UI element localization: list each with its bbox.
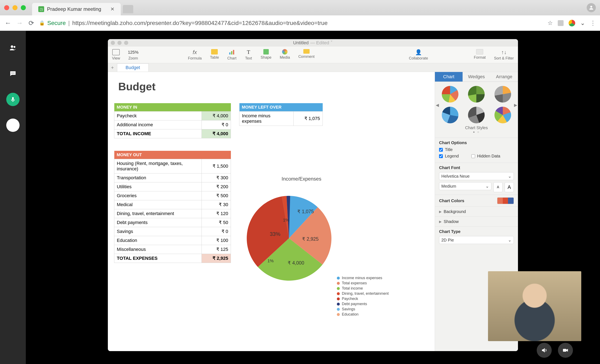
table-cell[interactable]: Utilities bbox=[114, 182, 202, 191]
table-cell[interactable]: Medical bbox=[114, 200, 202, 209]
url-field[interactable]: 🔒 Secure | https://meetinglab.zoho.com/p… bbox=[39, 20, 543, 27]
next-style-icon[interactable]: ▶ bbox=[514, 102, 517, 108]
prev-style-icon[interactable]: ◀ bbox=[436, 102, 439, 108]
table-cell[interactable]: ₹ 125 bbox=[202, 245, 231, 254]
shadow-section[interactable]: ▶Shadow bbox=[435, 217, 518, 227]
close-window-icon[interactable] bbox=[4, 5, 9, 10]
tab-wedges[interactable]: Wedges bbox=[463, 72, 490, 82]
table-cell[interactable]: ₹ 300 bbox=[202, 173, 231, 182]
option-legend-checkbox[interactable]: Legend bbox=[439, 154, 459, 158]
font-weight-select[interactable]: Medium⌄ bbox=[439, 182, 491, 190]
table-cell[interactable]: ₹ 120 bbox=[202, 209, 231, 218]
record-button[interactable] bbox=[6, 118, 19, 132]
shared-screen: Untitled — Edited ˅ View 125%Zoom fxForm… bbox=[26, 31, 600, 364]
font-smaller-button[interactable]: A bbox=[493, 182, 503, 192]
pie-chart[interactable]: Income/Expenses 33% bbox=[241, 176, 362, 287]
table-cell[interactable]: Education bbox=[114, 236, 202, 245]
chart-style-option[interactable] bbox=[495, 86, 511, 102]
table-cell[interactable]: ₹ 100 bbox=[202, 236, 231, 245]
new-tab-button[interactable] bbox=[123, 5, 133, 13]
money-out-table[interactable]: MONEY OUT Housing (Rent, mortgage, taxes… bbox=[114, 151, 231, 263]
toolbar-chart[interactable]: Chart bbox=[227, 49, 236, 61]
table-cell[interactable]: ₹ 500 bbox=[202, 191, 231, 200]
toolbar-format[interactable]: Format bbox=[474, 49, 486, 61]
table-cell[interactable]: ₹ 0 bbox=[202, 120, 231, 129]
extension-chrome-icon[interactable] bbox=[569, 20, 575, 27]
chart-style-option[interactable] bbox=[468, 107, 485, 123]
table-cell[interactable]: ₹ 200 bbox=[202, 182, 231, 191]
table-cell: ₹ 4,000 bbox=[202, 129, 231, 138]
participants-button[interactable] bbox=[6, 41, 19, 55]
back-button[interactable]: ← bbox=[4, 19, 12, 27]
toolbar-text[interactable]: TText bbox=[245, 49, 252, 61]
tab-title: Pradeep Kumar meeting bbox=[47, 6, 101, 12]
toolbar-comment[interactable]: Comment bbox=[298, 49, 315, 61]
toolbar-view[interactable]: View bbox=[112, 49, 120, 61]
table-cell[interactable]: Groceries bbox=[114, 191, 202, 200]
mic-button[interactable] bbox=[6, 93, 19, 106]
font-family-select[interactable]: Helvetica Neue⌄ bbox=[439, 172, 514, 180]
chart-colors-picker[interactable] bbox=[497, 197, 514, 204]
minimize-window-icon[interactable] bbox=[12, 5, 18, 10]
table-cell[interactable]: Housing (Rent, mortgage, taxes, insuranc… bbox=[114, 159, 202, 173]
extension-pocket-icon[interactable]: ⌄ bbox=[580, 19, 585, 27]
toolbar-shape[interactable]: Shape bbox=[261, 49, 272, 61]
table-cell[interactable]: Transportation bbox=[114, 173, 202, 182]
maximize-window-icon[interactable] bbox=[21, 5, 26, 10]
table-cell[interactable]: Savings bbox=[114, 227, 202, 236]
presenter-video[interactable] bbox=[488, 271, 581, 341]
table-cell[interactable]: ₹ 50 bbox=[202, 218, 231, 227]
app-close-icon bbox=[111, 41, 115, 45]
speaker-button[interactable] bbox=[537, 343, 552, 358]
table-cell[interactable]: Additional income bbox=[114, 120, 202, 129]
table-cell[interactable]: ₹ 4,000 bbox=[202, 111, 231, 120]
toolbar-media[interactable]: Media bbox=[280, 49, 290, 61]
chart-style-option[interactable] bbox=[442, 107, 459, 123]
profile-icon[interactable] bbox=[587, 3, 596, 12]
option-hidden-checkbox[interactable]: Hidden Data bbox=[471, 154, 500, 158]
money-in-table[interactable]: MONEY IN Paycheck₹ 4,000 Additional inco… bbox=[114, 103, 231, 138]
pie-chart-svg: 33% ₹ 2,925 ₹ 4,000 ₹ 1,075 1% 1% bbox=[241, 186, 337, 286]
menu-icon[interactable]: ⋮ bbox=[590, 19, 596, 27]
toolbar-table[interactable]: Table bbox=[210, 49, 219, 61]
reload-button[interactable]: ⟳ bbox=[28, 19, 35, 27]
chat-button[interactable] bbox=[6, 67, 19, 80]
document-main[interactable]: Budget MONEY IN Paycheck₹ 4,000 Addition… bbox=[108, 72, 435, 351]
forward-button[interactable]: → bbox=[16, 19, 23, 27]
table-cell[interactable]: Miscellaneous bbox=[114, 245, 202, 254]
chart-type-select[interactable]: 2D Pie⌄ bbox=[439, 236, 514, 244]
money-left-table[interactable]: MONEY LEFT OVER Income minus expenses₹ 1… bbox=[239, 103, 323, 126]
sheet-tab-budget[interactable]: Budget bbox=[117, 64, 149, 72]
zoom-value: 125% bbox=[130, 49, 137, 55]
window-traffic-lights[interactable] bbox=[4, 5, 26, 10]
legend-item: Paycheck bbox=[337, 297, 389, 301]
tab-close-icon[interactable]: ✕ bbox=[110, 6, 114, 12]
chart-style-option[interactable] bbox=[495, 107, 511, 123]
option-title-checkbox[interactable]: Title bbox=[439, 147, 453, 152]
svg-text:₹ 1,075: ₹ 1,075 bbox=[297, 209, 314, 214]
toolbar-zoom[interactable]: 125%Zoom bbox=[129, 49, 138, 61]
toolbar-sort-filter[interactable]: ↑↓Sort & Filter bbox=[494, 49, 514, 61]
table-cell[interactable]: ₹ 30 bbox=[202, 200, 231, 209]
toolbar-formula[interactable]: fxFormula bbox=[188, 49, 202, 61]
table-cell[interactable]: ₹ 0 bbox=[202, 227, 231, 236]
add-sheet-button[interactable]: + bbox=[108, 65, 117, 71]
table-cell[interactable]: Debt payments bbox=[114, 218, 202, 227]
svg-rect-8 bbox=[231, 51, 232, 55]
toolbar-collaborate[interactable]: 👤Collaborate bbox=[409, 49, 428, 61]
table-cell[interactable]: ₹ 1,500 bbox=[202, 159, 231, 173]
star-icon[interactable]: ☆ bbox=[548, 19, 553, 27]
table-cell[interactable]: ₹ 1,075 bbox=[293, 111, 323, 126]
chart-style-option[interactable] bbox=[442, 86, 459, 102]
camera-button[interactable] bbox=[558, 343, 573, 358]
table-cell[interactable]: Income minus expenses bbox=[239, 111, 293, 126]
chart-style-option[interactable] bbox=[468, 86, 485, 102]
table-cell[interactable]: Dining, travel, entertainment bbox=[114, 209, 202, 218]
tab-arrange[interactable]: Arrange bbox=[490, 72, 518, 82]
table-cell[interactable]: Paycheck bbox=[114, 111, 202, 120]
font-larger-button[interactable]: A bbox=[505, 182, 514, 192]
tab-chart[interactable]: Chart bbox=[435, 72, 463, 82]
background-section[interactable]: ▶Background bbox=[435, 207, 518, 217]
extension-icon[interactable] bbox=[558, 20, 563, 26]
browser-tab[interactable]: ◳ Pradeep Kumar meeting ✕ bbox=[32, 3, 121, 15]
